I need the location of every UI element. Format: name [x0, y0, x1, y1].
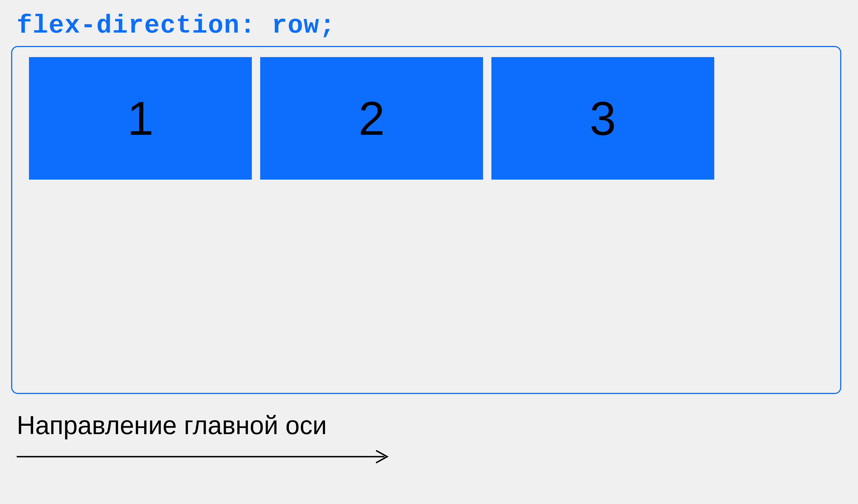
- flex-container: 1 2 3: [11, 46, 841, 394]
- flex-item-2: 2: [260, 57, 483, 180]
- axis-direction-label: Направление главной оси: [11, 411, 847, 440]
- code-heading: flex-direction: row;: [11, 11, 847, 40]
- arrow-right-icon: [17, 448, 393, 465]
- axis-arrow: [11, 448, 847, 465]
- flex-item-3: 3: [491, 57, 714, 180]
- flex-item-1: 1: [29, 57, 252, 180]
